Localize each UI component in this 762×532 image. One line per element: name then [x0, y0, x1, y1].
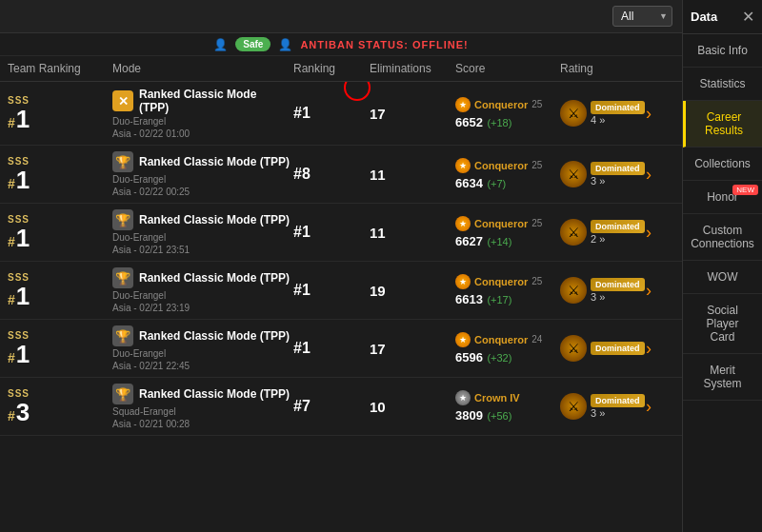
rank-number: # 1 — [8, 342, 30, 366]
ranking-cell: #1 — [293, 282, 370, 299]
close-icon[interactable]: ✕ — [742, 8, 754, 26]
row-arrow[interactable]: › — [646, 397, 674, 417]
sidebar-item-statistics[interactable]: Statistics — [683, 68, 762, 101]
rank-num: 3 — [16, 400, 30, 424]
elim-cell: 17 — [370, 106, 455, 122]
score-cell: ★ Conqueror 25 6634 (+7) — [455, 158, 560, 191]
safe-badge: Safe — [235, 37, 271, 51]
mode-sub: Duo-Erangel — [112, 174, 293, 185]
rank-number: # 3 — [8, 400, 30, 424]
rating-num: 3 » — [591, 175, 645, 187]
antiban-text: ANTIBAN STATUS: OFFLINE! — [300, 39, 468, 50]
elim-cell: 10 — [370, 399, 455, 415]
sidebar-item-label: Career Results — [705, 110, 743, 137]
mode-header: 🏆 Ranked Classic Mode (TPP) — [112, 209, 293, 230]
score-level: 25 — [531, 160, 542, 170]
score-icon: ★ — [455, 274, 471, 289]
row-arrow[interactable]: › — [646, 339, 674, 359]
mode-cell: 🏆 Ranked Classic Mode (TPP) Duo-Erangel … — [112, 267, 293, 313]
dominated-badge: Dominated — [591, 220, 645, 233]
ranking-cell: #1 — [293, 105, 370, 122]
rating-info: Dominated 3 » — [591, 162, 645, 187]
score-numbers: 6652 (+18) — [455, 113, 560, 130]
ranking-cell: #1 — [293, 224, 370, 241]
sidebar-item-basic-info[interactable]: Basic Info — [683, 34, 762, 68]
sidebar-item-custom-connections[interactable]: CustomConnections — [683, 214, 762, 261]
sidebar-item-honor[interactable]: Honor NEW — [683, 181, 762, 214]
row-arrow[interactable]: › — [646, 104, 674, 124]
score-badge: ★ Conqueror 25 — [455, 274, 560, 289]
rating-cell: ⚔ Dominated 2 » — [560, 219, 646, 246]
col-team-ranking: Team Ranking — [8, 62, 112, 75]
rating-num: 4 » — [591, 114, 645, 126]
mode-cell: ✕ Ranked Classic Mode (TPP) Duo-Erangel … — [112, 88, 293, 139]
table-row: SSS # 1 🏆 Ranked Classic Mode (TPP) Duo-… — [0, 320, 682, 378]
rank-num: 1 — [16, 107, 30, 131]
mode-header: 🏆 Ranked Classic Mode (TPP) — [112, 325, 293, 346]
mode-name: Ranked Classic Mode (TPP) — [139, 387, 290, 401]
sidebar-item-career-results[interactable]: Career Results — [683, 101, 762, 148]
score-label: Conqueror — [474, 99, 528, 110]
sidebar-item-merit-system[interactable]: Merit System — [683, 354, 762, 401]
table-header: Team Ranking Mode Ranking Eliminations S… — [0, 56, 682, 82]
table-row: SSS # 1 🏆 Ranked Classic Mode (TPP) Duo-… — [0, 262, 682, 320]
rating-icon: ⚔ — [560, 277, 587, 304]
mode-name: Ranked Classic Mode (TPP) — [139, 271, 290, 285]
ranking-cell: #8 — [293, 166, 370, 183]
rank-hash: # — [8, 115, 15, 130]
mode-sub: Duo-Erangel — [112, 348, 293, 359]
mode-header: ✕ Ranked Classic Mode (TPP) — [112, 88, 293, 114]
sidebar-title: Data — [691, 10, 717, 24]
mode-name: Ranked Classic Mode (TPP) — [139, 155, 290, 168]
rating-num: 3 » — [591, 407, 645, 419]
score-numbers: 6596 (+32) — [455, 348, 560, 365]
mode-date: Asia - 02/22 01:00 — [112, 128, 293, 139]
table-row: SSS # 1 🏆 Ranked Classic Mode (TPP) Duo-… — [0, 204, 682, 262]
sidebar-item-label: WOW — [708, 270, 738, 284]
score-number: 6627 — [455, 234, 483, 248]
sidebar-item-social-player-card[interactable]: Social PlayerCard — [683, 294, 762, 354]
score-cell: ★ Conqueror 24 6596 (+32) — [455, 332, 560, 365]
score-badge: ★ Conqueror 25 — [455, 216, 560, 231]
dominated-badge: Dominated — [591, 394, 645, 407]
rating-cell: ⚔ Dominated 4 » — [560, 100, 646, 127]
row-arrow[interactable]: › — [646, 281, 674, 301]
mode-icon: 🏆 — [112, 151, 133, 172]
rank-hash: # — [8, 292, 15, 307]
team-rank-cell: SSS # 3 — [8, 388, 112, 424]
mode-icon: 🏆 — [112, 325, 133, 346]
mode-icon: 🏆 — [112, 209, 133, 230]
rank-hash: # — [8, 234, 15, 249]
rating-cell: ⚔ Dominated 3 » — [560, 277, 646, 304]
row-arrow[interactable]: › — [646, 165, 674, 185]
elim-cell: 11 — [370, 167, 455, 183]
rating-cell: ⚔ Dominated 3 » — [560, 161, 646, 187]
col-eliminations: Eliminations — [370, 62, 455, 75]
filter-dropdown-wrapper[interactable]: All Duo Squad Solo — [612, 6, 672, 27]
score-label: Conqueror — [474, 218, 528, 229]
filter-dropdown[interactable]: All Duo Squad Solo — [612, 6, 672, 27]
dominated-badge: Dominated — [591, 342, 645, 355]
mode-sub: Duo-Erangel — [112, 116, 293, 127]
score-cell: ★ Conqueror 25 6652 (+18) — [455, 97, 560, 130]
mode-header: 🏆 Ranked Classic Mode (TPP) — [112, 267, 293, 288]
table-row: SSS # 1 🏆 Ranked Classic Mode (TPP) Duo-… — [0, 146, 682, 204]
score-delta: (+14) — [487, 236, 511, 247]
rating-num: 2 » — [591, 233, 645, 245]
sidebar-item-wow[interactable]: WOW — [683, 261, 762, 294]
score-label: Conqueror — [474, 160, 528, 171]
rating-icon: ⚔ — [560, 100, 587, 127]
rank-num: 1 — [16, 167, 30, 192]
sidebar-item-collections[interactable]: Collections — [683, 148, 762, 181]
antiban-bar: 👤 Safe 👤 ANTIBAN STATUS: OFFLINE! — [0, 33, 682, 56]
rank-num: 1 — [16, 284, 30, 308]
row-arrow[interactable]: › — [646, 223, 674, 243]
score-number: 6596 — [455, 350, 483, 365]
score-level: 25 — [531, 99, 542, 109]
rank-hash: # — [8, 408, 15, 424]
team-rank-cell: SSS # 1 — [8, 272, 112, 308]
score-icon: ★ — [455, 332, 471, 347]
score-label: Crown IV — [474, 392, 520, 404]
elim-cell: 19 — [370, 283, 455, 299]
table-row: SSS # 1 ✕ Ranked Classic Mode (TPP) Duo-… — [0, 82, 682, 146]
